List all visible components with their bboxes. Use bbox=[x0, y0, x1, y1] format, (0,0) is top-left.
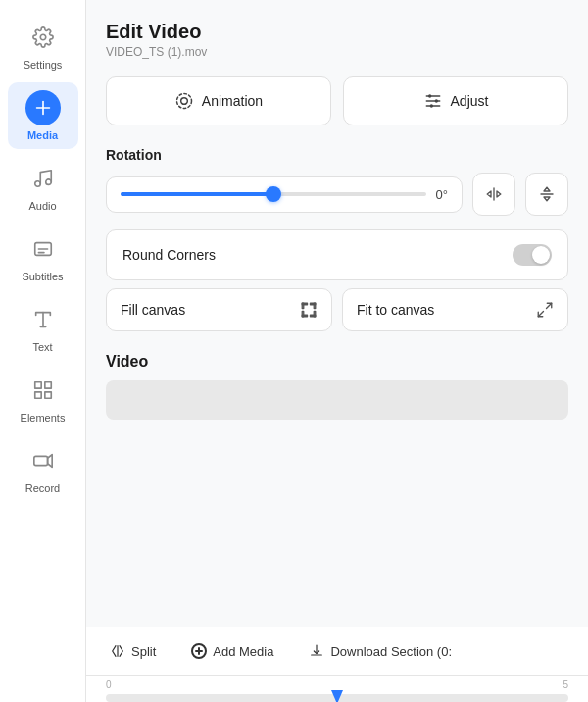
svg-rect-31 bbox=[302, 312, 304, 317]
sidebar-item-media[interactable]: Media bbox=[8, 82, 78, 149]
text-icon-wrap bbox=[25, 302, 61, 337]
rotation-label: Rotation bbox=[106, 147, 568, 163]
bottom-toolbar: Split Add Media Download Section (0: bbox=[86, 627, 588, 675]
sidebar-item-audio[interactable]: Audio bbox=[8, 153, 78, 220]
adjust-button[interactable]: Adjust bbox=[343, 76, 568, 125]
rotation-slider-container: 0° bbox=[106, 176, 463, 213]
audio-icon bbox=[32, 168, 54, 189]
rotation-value: 0° bbox=[436, 187, 448, 202]
fill-canvas-label: Fill canvas bbox=[121, 302, 185, 318]
svg-line-34 bbox=[547, 303, 552, 308]
svg-point-3 bbox=[34, 181, 40, 187]
text-icon bbox=[32, 309, 54, 330]
sidebar-item-record-label: Record bbox=[25, 482, 60, 494]
media-icon bbox=[32, 97, 54, 119]
fill-canvas-button[interactable]: Fill canvas bbox=[106, 288, 332, 331]
animation-button[interactable]: Animation bbox=[106, 76, 331, 125]
settings-icon-wrap bbox=[25, 20, 61, 55]
download-section-button[interactable]: Download Section (0: bbox=[301, 637, 460, 665]
fit-to-canvas-icon bbox=[536, 301, 554, 319]
svg-rect-29 bbox=[314, 303, 316, 308]
split-label: Split bbox=[131, 644, 156, 659]
svg-rect-11 bbox=[44, 382, 50, 388]
adjust-icon bbox=[423, 91, 443, 111]
animation-icon bbox=[174, 91, 194, 111]
fit-to-canvas-button[interactable]: Fit to canvas bbox=[342, 288, 568, 331]
flip-horizontal-icon bbox=[485, 185, 503, 203]
sidebar-item-elements-label: Elements bbox=[21, 412, 66, 424]
page-subtitle: VIDEO_TS (1).mov bbox=[106, 45, 568, 59]
adjust-label: Adjust bbox=[451, 93, 489, 109]
split-button[interactable]: Split bbox=[102, 637, 164, 665]
fill-canvas-icon bbox=[300, 301, 318, 319]
sidebar-item-subtitles-label: Subtitles bbox=[22, 271, 63, 282]
round-corners-row: Round Corners bbox=[106, 229, 568, 280]
sidebar-item-record[interactable]: Record bbox=[8, 435, 78, 502]
rotation-slider-track[interactable] bbox=[121, 192, 426, 196]
svg-rect-27 bbox=[302, 303, 304, 308]
rotation-section: Rotation 0° bbox=[106, 147, 568, 216]
svg-marker-15 bbox=[47, 455, 52, 468]
rotation-slider-fill bbox=[121, 192, 273, 196]
rotation-slider-thumb[interactable] bbox=[266, 186, 281, 202]
flip-vertical-icon bbox=[538, 185, 556, 203]
svg-point-0 bbox=[40, 34, 46, 40]
action-buttons-row: Animation Adjust bbox=[106, 76, 568, 125]
elements-icon-wrap bbox=[25, 373, 61, 408]
download-section-label: Download Section (0: bbox=[330, 644, 452, 659]
split-icon bbox=[110, 643, 125, 659]
video-section: Video bbox=[106, 353, 568, 420]
svg-rect-33 bbox=[314, 312, 316, 317]
canvas-buttons-row: Fill canvas Fit to canvas bbox=[106, 288, 568, 331]
sidebar-item-elements[interactable]: Elements bbox=[8, 365, 78, 431]
svg-rect-13 bbox=[34, 392, 40, 398]
video-section-label: Video bbox=[106, 353, 568, 371]
add-media-button[interactable]: Add Media bbox=[183, 637, 281, 665]
sidebar-item-text-label: Text bbox=[32, 341, 52, 353]
sidebar-item-audio-label: Audio bbox=[28, 200, 56, 212]
subtitles-icon-wrap bbox=[25, 231, 61, 267]
audio-icon-wrap bbox=[25, 161, 61, 196]
settings-icon bbox=[32, 26, 54, 48]
svg-rect-10 bbox=[34, 382, 40, 388]
video-preview bbox=[106, 380, 568, 420]
svg-rect-12 bbox=[44, 392, 50, 398]
svg-point-16 bbox=[181, 98, 188, 105]
media-icon-wrap bbox=[25, 90, 61, 125]
sidebar-item-text[interactable]: Text bbox=[8, 294, 78, 361]
svg-point-22 bbox=[434, 99, 437, 102]
toggle-knob bbox=[532, 246, 550, 264]
timeline-cursor[interactable] bbox=[331, 690, 343, 702]
timeline-bar[interactable] bbox=[106, 694, 568, 702]
sidebar-item-settings[interactable]: Settings bbox=[8, 12, 78, 78]
timeline-area: 0 5 bbox=[86, 675, 588, 702]
record-icon bbox=[32, 450, 54, 472]
svg-point-23 bbox=[429, 104, 432, 107]
subtitles-icon bbox=[32, 238, 54, 260]
add-media-label: Add Media bbox=[213, 644, 273, 659]
flip-vertical-button[interactable] bbox=[525, 173, 568, 216]
timeline-start: 0 bbox=[106, 679, 112, 690]
round-corners-label: Round Corners bbox=[122, 247, 216, 263]
timeline-end: 5 bbox=[563, 679, 568, 690]
animation-label: Animation bbox=[202, 93, 263, 109]
sidebar-item-media-label: Media bbox=[27, 129, 58, 141]
header: Edit Video VIDEO_TS (1).mov bbox=[106, 20, 568, 59]
svg-line-35 bbox=[538, 312, 543, 317]
flip-horizontal-button[interactable] bbox=[472, 173, 515, 216]
round-corners-toggle[interactable] bbox=[513, 244, 552, 266]
sidebar-item-subtitles[interactable]: Subtitles bbox=[8, 224, 78, 290]
content-area: Edit Video VIDEO_TS (1).mov Animation bbox=[86, 0, 588, 627]
svg-rect-14 bbox=[33, 456, 47, 465]
record-icon-wrap bbox=[25, 443, 61, 478]
sidebar: Settings Media Audio bbox=[0, 0, 86, 702]
page-title: Edit Video bbox=[106, 20, 568, 43]
main-panel: Edit Video VIDEO_TS (1).mov Animation bbox=[86, 0, 588, 702]
add-media-plus-icon bbox=[194, 646, 204, 656]
sidebar-item-settings-label: Settings bbox=[24, 59, 63, 71]
download-icon bbox=[309, 643, 324, 659]
fit-to-canvas-label: Fit to canvas bbox=[357, 302, 434, 318]
svg-point-17 bbox=[176, 94, 191, 109]
elements-icon bbox=[32, 379, 54, 401]
rotation-row: 0° bbox=[106, 173, 568, 216]
